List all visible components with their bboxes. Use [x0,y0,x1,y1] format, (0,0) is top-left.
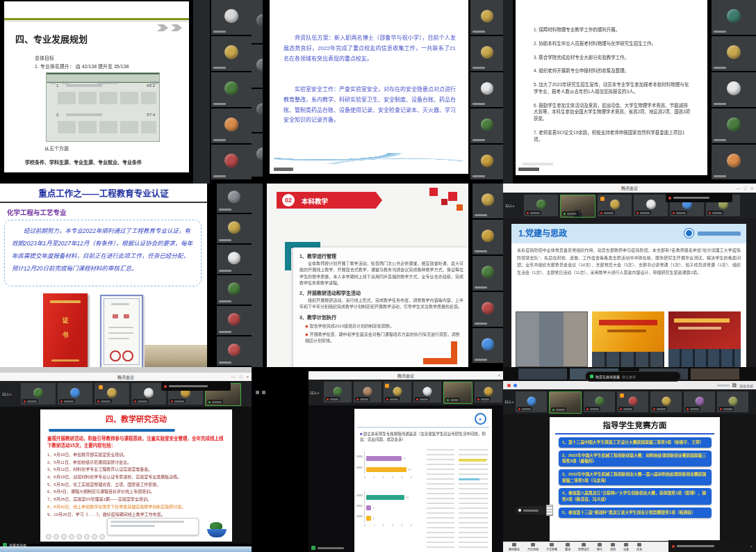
popup-close-icon[interactable]: × [750,544,753,549]
taskbar[interactable] [0,546,252,552]
video-thumbnail[interactable] [634,195,668,216]
minimize-button[interactable]: — [736,186,740,190]
toolbar-icon [598,543,602,546]
section-number: 02 [282,194,295,206]
toolbar-button[interactable]: 录制 [610,543,616,551]
next-page-icon[interactable]: ▸ [475,413,486,425]
participant-tile[interactable] [470,108,503,143]
video-thumbnail[interactable] [717,391,748,412]
participant-strip-left [252,0,263,184]
video-thumbnail[interactable] [413,382,441,403]
participant-nametag [170,399,186,403]
participant-tile[interactable] [211,36,252,71]
video-thumbnail[interactable] [58,383,92,405]
annotation-tool[interactable] [54,534,59,539]
video-thumbnail[interactable] [549,391,582,414]
participant-tile[interactable] [472,220,503,254]
participant-tile[interactable] [217,184,252,213]
host-popup[interactable] [161,382,231,391]
annotation-tool[interactable] [92,534,97,539]
participant-tile[interactable] [211,0,252,35]
participant-tile[interactable] [211,72,252,107]
participants-badge[interactable]: 12人+ [2,391,11,396]
video-thumbnail[interactable] [21,383,56,405]
traffic-light-minimize[interactable] [513,384,517,387]
grid-view-icon[interactable] [732,383,737,387]
toolbar-button[interactable]: 解除静音 [509,543,520,551]
video-thumbnail[interactable] [324,382,352,403]
mic-status-pill[interactable] [516,506,550,514]
maximize-button[interactable]: □ [744,186,747,190]
close-button[interactable]: × [750,186,753,190]
toolbar-button[interactable]: 开启视频 [527,543,539,551]
toolbar-button[interactable]: 邀请 [565,543,570,551]
participants-badge[interactable]: 12人+ [505,203,514,208]
close-button[interactable]: × [498,373,500,378]
participant-tile[interactable] [470,36,503,71]
annotation-tool[interactable] [46,534,51,539]
minimize-button[interactable]: — [231,375,236,379]
maximize-button[interactable]: □ [240,375,243,379]
participant-tile[interactable] [712,108,756,143]
participant-tile[interactable] [217,275,252,305]
stop-share-button[interactable]: 停止共享 [622,374,636,379]
participant-tile[interactable] [217,214,252,243]
video-thumbnail[interactable] [516,391,547,412]
participant-tile[interactable] [472,328,503,363]
video-thumbnail[interactable] [354,382,381,403]
video-thumbnail[interactable] [475,382,502,403]
close-button[interactable]: × [246,375,249,379]
video-thumbnail[interactable] [560,195,595,218]
participant-tile[interactable] [252,89,263,132]
video-thumbnail[interactable] [443,382,472,404]
video-thumbnail[interactable] [684,391,715,412]
participant-tile[interactable] [472,184,503,218]
traffic-light-close[interactable] [507,384,511,387]
participant-tile[interactable] [470,72,503,107]
participants-badge[interactable]: 12人+ [504,399,513,404]
annotation-toolbar[interactable] [46,534,105,539]
mic-muted-icon [97,400,99,403]
participant-nametag [415,397,429,401]
toolbar-button[interactable]: 共享屏幕 [546,543,557,551]
participant-tile[interactable] [252,44,263,88]
mic-muted-icon [134,400,136,403]
video-thumbnail[interactable] [524,195,558,216]
window-titlebar[interactable]: 腾讯会议 — □ × [503,184,756,193]
toolbar-button[interactable]: 结束 [636,543,642,551]
host-popup[interactable] [666,193,732,202]
participant-tile[interactable] [712,145,756,179]
toolbar-button[interactable]: 设置 [623,543,629,551]
participant-tile[interactable] [211,108,252,143]
annotation-tool[interactable] [84,534,90,539]
annotation-tool[interactable] [99,534,105,539]
participant-tile[interactable] [211,145,252,179]
toolbar-button[interactable]: 聊天 [597,543,602,551]
participant-tile[interactable] [217,306,252,335]
participant-tile[interactable] [712,72,756,107]
participant-tile[interactable] [217,245,252,274]
video-thumbnail[interactable] [584,391,615,412]
video-thumbnail[interactable] [650,391,682,412]
participant-tile[interactable] [217,336,252,366]
annotation-tool[interactable] [69,534,74,539]
notification-popup[interactable]: × [668,540,756,552]
participant-tile[interactable] [252,0,263,43]
link-tooltip[interactable] [107,518,199,535]
share-pill[interactable]: 你正在共享屏幕 停止共享 [585,371,681,382]
page-panel-badge[interactable] [546,505,553,516]
participant-tile[interactable] [470,0,503,35]
participant-name [475,250,487,252]
annotation-tool[interactable] [76,534,82,539]
participant-tile[interactable] [712,0,756,35]
participant-tile[interactable] [252,133,263,177]
participant-tile[interactable] [470,145,503,179]
participant-tile[interactable] [472,256,503,291]
exit-fullscreen-button[interactable]: 退出全屏 [739,383,753,388]
participants-badge[interactable]: 12人+ [310,390,319,395]
tick-label: 5 [411,476,412,479]
participant-tile[interactable] [712,36,756,71]
participant-tile[interactable] [472,292,503,327]
annotation-tool[interactable] [61,534,67,539]
toolbar-button[interactable]: 管理成员 [578,543,589,551]
